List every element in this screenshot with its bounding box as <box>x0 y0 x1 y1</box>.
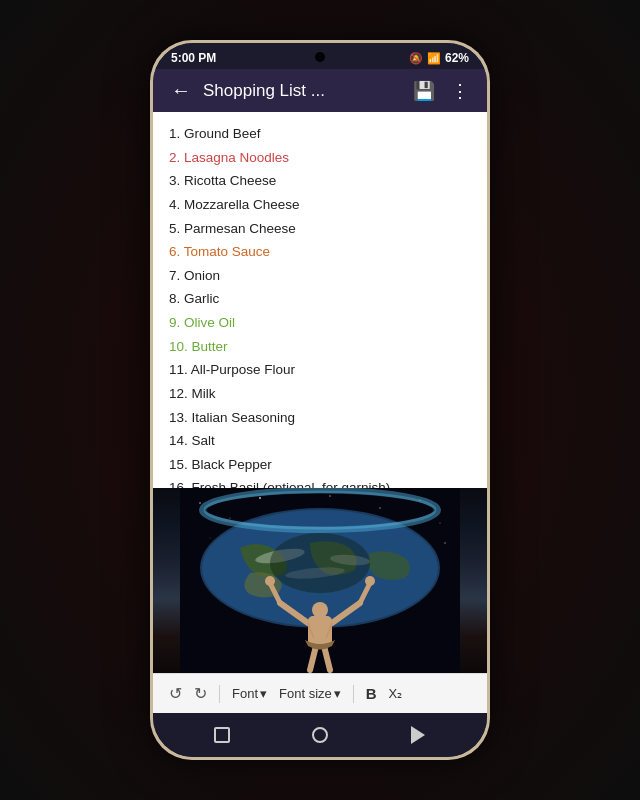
more-button[interactable]: ⋮ <box>447 78 473 104</box>
mute-icon: 🔕 <box>409 52 423 65</box>
svg-point-9 <box>210 538 211 539</box>
svg-point-20 <box>312 602 328 618</box>
recents-button[interactable] <box>207 723 237 747</box>
phone-shell: 5:00 PM 🔕 📶 62% ← Shopping List ... 💾 ⋮ … <box>150 40 490 760</box>
square-icon <box>214 727 230 743</box>
signal-icon: 📶 <box>427 52 441 65</box>
bold-button[interactable]: B <box>366 685 377 702</box>
list-item: 1. Ground Beef <box>169 122 471 146</box>
font-chevron-icon: ▾ <box>260 686 267 701</box>
status-icons: 🔕 📶 62% <box>409 51 469 65</box>
font-size-chevron-icon: ▾ <box>334 686 341 701</box>
undo-button[interactable]: ↺ <box>169 684 182 703</box>
svg-point-6 <box>379 507 381 509</box>
list-item: 7. Onion <box>169 264 471 288</box>
back-button[interactable]: ← <box>167 77 195 104</box>
formatting-toolbar: ↺ ↻ Font ▾ Font size ▾ B X₂ <box>153 673 487 713</box>
list-item: 2. Lasagna Noodles <box>169 146 471 170</box>
save-button[interactable]: 💾 <box>409 78 439 104</box>
svg-point-1 <box>199 502 201 504</box>
home-button[interactable] <box>305 723 335 747</box>
svg-point-3 <box>259 497 261 499</box>
bottom-nav <box>153 713 487 757</box>
toolbar-divider-1 <box>219 685 220 703</box>
list-item: 15. Black Pepper <box>169 453 471 477</box>
list-item: 8. Garlic <box>169 287 471 311</box>
svg-point-2 <box>229 517 230 518</box>
circle-icon <box>312 727 328 743</box>
shopping-list: 1. Ground Beef2. Lasagna Noodles3. Ricot… <box>169 122 471 488</box>
list-item: 13. Italian Seasoning <box>169 406 471 430</box>
atlas-svg <box>180 488 460 673</box>
list-item: 10. Butter <box>169 335 471 359</box>
svg-point-10 <box>444 542 445 543</box>
font-size-dropdown[interactable]: Font size ▾ <box>279 686 341 701</box>
svg-point-28 <box>365 576 375 586</box>
svg-point-5 <box>329 495 330 496</box>
content-area: 1. Ground Beef2. Lasagna Noodles3. Ricot… <box>153 112 487 488</box>
list-item: 4. Mozzarella Cheese <box>169 193 471 217</box>
list-item: 9. Olive Oil <box>169 311 471 335</box>
toolbar-divider-2 <box>353 685 354 703</box>
list-item: 14. Salt <box>169 429 471 453</box>
list-item: 11. All-Purpose Flour <box>169 358 471 382</box>
svg-point-8 <box>440 523 441 524</box>
back-nav-button[interactable] <box>403 723 433 747</box>
list-item: 5. Parmesan Cheese <box>169 217 471 241</box>
svg-point-18 <box>270 533 370 593</box>
list-item: 3. Ricotta Cheese <box>169 169 471 193</box>
redo-button[interactable]: ↻ <box>194 684 207 703</box>
atlas-image <box>153 488 487 673</box>
top-bar: ← Shopping List ... 💾 ⋮ <box>153 69 487 112</box>
list-item: 12. Milk <box>169 382 471 406</box>
list-item: 16. Fresh Basil (optional, for garnish) <box>169 476 471 488</box>
subscript-button[interactable]: X₂ <box>389 686 403 701</box>
list-item: 6. Tomato Sauce <box>169 240 471 264</box>
page-title: Shopping List ... <box>203 81 401 101</box>
status-time: 5:00 PM <box>171 51 216 65</box>
font-label: Font <box>232 686 258 701</box>
font-size-label: Font size <box>279 686 332 701</box>
camera-cutout <box>315 52 325 62</box>
svg-point-27 <box>265 576 275 586</box>
back-triangle-icon <box>411 726 425 744</box>
battery-level: 62% <box>445 51 469 65</box>
font-dropdown[interactable]: Font ▾ <box>232 686 267 701</box>
